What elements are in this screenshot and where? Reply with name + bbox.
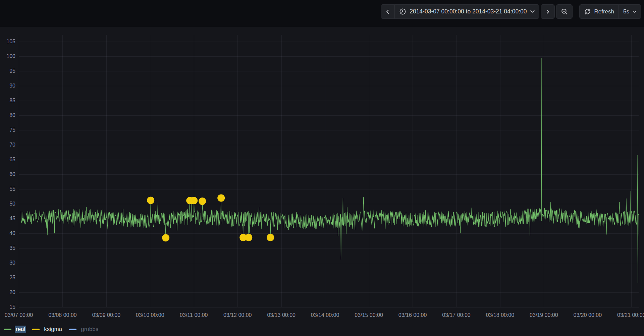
chevron-down-icon — [530, 10, 535, 13]
x-tick-label: 03/07 00:00 — [0, 313, 42, 318]
y-tick-label: 65 — [1, 157, 15, 162]
legend-swatch-ksigma — [32, 329, 40, 330]
refresh-button[interactable]: Refresh — [580, 5, 619, 18]
x-tick-label: 03/12 00:00 — [214, 313, 261, 318]
x-tick-label: 03/09 00:00 — [83, 313, 130, 318]
legend-item-real[interactable]: real — [4, 326, 26, 333]
anomaly-marker — [190, 197, 198, 204]
time-controls: 2014-03-07 00:00:00 to 2014-03-21 04:00:… — [381, 4, 641, 19]
y-tick-label: 55 — [1, 186, 15, 192]
x-tick-label: 03/16 00:00 — [389, 313, 436, 318]
anomaly-marker — [245, 234, 252, 241]
x-tick-label: 03/19 00:00 — [520, 313, 567, 318]
legend-label-real: real — [15, 326, 26, 333]
x-tick-label: 03/13 00:00 — [258, 313, 305, 318]
y-tick-label: 105 — [1, 39, 15, 44]
zoom-out-icon — [561, 8, 568, 15]
top-toolbar: 2014-03-07 00:00:00 to 2014-03-21 04:00:… — [0, 0, 644, 27]
x-tick-label: 03/08 00:00 — [39, 313, 86, 318]
zoom-out-button[interactable] — [556, 4, 573, 19]
anomaly-marker — [162, 234, 169, 241]
x-tick-label: 03/17 00:00 — [433, 313, 480, 318]
y-tick-label: 90 — [1, 83, 15, 89]
x-tick-label: 03/14 00:00 — [302, 313, 348, 318]
x-tick-label: 03/21 00:00 — [608, 313, 644, 318]
toolbar-spacer — [574, 4, 578, 19]
x-tick-label: 03/15 00:00 — [345, 313, 392, 318]
y-tick-label: 35 — [1, 245, 15, 251]
y-tick-label: 80 — [1, 113, 15, 118]
legend-item-ksigma[interactable]: ksigma — [32, 326, 63, 333]
legend-label-ksigma: ksigma — [43, 326, 63, 333]
refresh-interval-dropdown[interactable]: 5s — [619, 5, 641, 18]
x-tick-label: 03/11 00:00 — [170, 313, 217, 318]
y-tick-label: 95 — [1, 68, 15, 74]
series-real-line — [21, 58, 639, 283]
y-tick-label: 40 — [1, 231, 15, 236]
chevron-left-icon — [385, 9, 390, 14]
legend: real ksigma grubbs — [4, 325, 99, 334]
x-tick-label: 03/10 00:00 — [126, 313, 173, 318]
time-series-plot[interactable] — [0, 27, 644, 336]
legend-label-grubbs: grubbs — [80, 326, 99, 333]
legend-swatch-real — [4, 329, 11, 330]
chevron-right-icon — [545, 9, 550, 14]
chevron-down-icon — [633, 10, 637, 13]
legend-item-grubbs[interactable]: grubbs — [69, 326, 99, 333]
sync-icon — [584, 8, 591, 15]
y-tick-label: 60 — [1, 172, 15, 177]
time-range-picker-button[interactable]: 2014-03-07 00:00:00 to 2014-03-21 04:00:… — [394, 5, 539, 18]
y-tick-label: 45 — [1, 216, 15, 221]
y-tick-label: 70 — [1, 142, 15, 148]
y-tick-label: 20 — [1, 290, 15, 295]
y-tick-label: 50 — [1, 201, 15, 207]
time-range-back-button[interactable] — [381, 5, 394, 18]
y-tick-label: 85 — [1, 98, 15, 103]
anomaly-marker — [147, 197, 154, 204]
refresh-label: Refresh — [594, 8, 614, 15]
y-tick-label: 30 — [1, 260, 15, 266]
x-tick-label: 03/18 00:00 — [477, 313, 524, 318]
refresh-interval-value: 5s — [623, 8, 629, 15]
y-tick-label: 25 — [1, 275, 15, 280]
refresh-group: Refresh 5s — [579, 4, 642, 19]
anomaly-marker — [217, 194, 225, 202]
time-picker-group: 2014-03-07 00:00:00 to 2014-03-21 04:00:… — [381, 4, 539, 19]
y-tick-label: 75 — [1, 127, 15, 133]
grid-lines — [19, 35, 639, 307]
legend-swatch-grubbs — [69, 329, 76, 330]
clock-icon — [399, 8, 406, 15]
anomaly-marker — [199, 198, 206, 205]
y-tick-label: 15 — [1, 304, 15, 310]
y-tick-label: 100 — [1, 54, 15, 59]
graph-panel: 1520253035404550556065707580859095100105… — [0, 27, 644, 336]
time-range-label: 2014-03-07 00:00:00 to 2014-03-21 04:00:… — [410, 8, 527, 15]
x-tick-label: 03/20 00:00 — [564, 313, 611, 318]
time-range-forward-button[interactable] — [541, 4, 555, 19]
anomaly-marker — [267, 234, 274, 241]
